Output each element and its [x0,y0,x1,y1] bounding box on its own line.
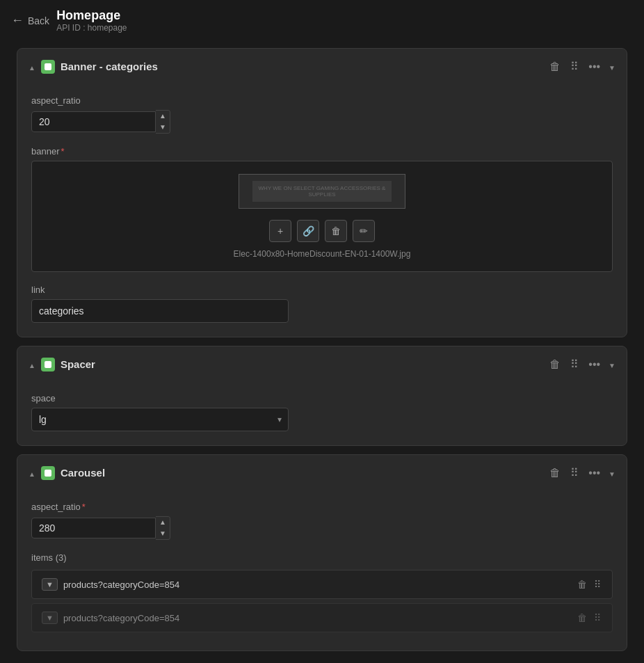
list-item: ▼ products?categoryCode=854 🗑 ⠿ [31,603,613,632]
spinner-down-carousel[interactable]: ▼ [156,528,170,539]
list-item: ▼ products?categoryCode=854 🗑 ⠿ [31,570,613,599]
card-body-spacer: space sm md lg xl ▾ [17,382,627,445]
card-body-carousel: aspect_ratio * ▲ ▼ items (3) [17,490,627,650]
chevron-down-icon-banner [609,61,615,73]
field-label-link: link [31,285,613,295]
spinner-buttons: ▲ ▼ [156,110,170,134]
header: ← Back Homepage API ID : homepage [0,0,644,41]
field-space: space sm md lg xl ▾ [31,393,613,431]
card-banner-categories: Banner - categories 🗑 ⠿ ••• aspect_ratio… [17,48,627,337]
card-header-spacer[interactable]: Spacer 🗑 ⠿ ••• [17,346,627,382]
field-label-banner: banner * [31,146,613,157]
spinner-up-banner[interactable]: ▲ [156,111,170,122]
spinner-aspect-ratio-carousel: ▲ ▼ [31,516,170,540]
banner-preview-inner: WHY WE ON SELECT GAMING ACCESSORIES & SU… [252,181,392,202]
card-actions-banner: 🗑 ⠿ ••• [548,58,615,74]
drag-button-carousel[interactable]: ⠿ [569,465,580,481]
aspect-ratio-input-carousel[interactable] [31,518,156,538]
select-wrapper-space: sm md lg xl ▾ [31,408,289,431]
card-actions-carousel: 🗑 ⠿ ••• [548,465,615,481]
item-actions-1: 🗑 ⠿ [576,577,602,591]
chevron-down-icon-spacer [609,358,615,371]
link-image-button[interactable]: 🔗 [297,220,319,242]
drag-button-banner[interactable]: ⠿ [569,58,580,74]
items-label: items (3) [31,552,613,563]
item-delete-2[interactable]: 🗑 [576,611,588,625]
required-star-carousel: * [82,502,86,512]
item-text-2: products?categoryCode=854 [63,613,570,623]
delete-image-button[interactable]: 🗑 [325,220,347,242]
required-star-banner: * [61,146,64,157]
back-label: Back [28,15,49,26]
delete-button-carousel[interactable]: 🗑 [548,465,562,481]
delete-button-banner[interactable]: 🗑 [548,59,562,74]
spinner-aspect-ratio: ▲ ▼ [31,110,170,134]
banner-action-buttons: + 🔗 🗑 ✏ [269,220,375,242]
item-actions-2: 🗑 ⠿ [576,611,602,625]
spinner-down-banner[interactable]: ▼ [156,122,170,133]
header-info: Homepage API ID : homepage [56,8,127,33]
field-banner-image: banner * WHY WE ON SELECT GAMING ACCESSO… [31,146,613,272]
main-content: Banner - categories 🗑 ⠿ ••• aspect_ratio… [0,41,644,663]
svg-rect-1 [45,361,51,368]
field-label-aspect-ratio: aspect_ratio [31,95,613,106]
api-id: API ID : homepage [56,23,127,33]
svg-rect-0 [45,63,51,70]
add-image-button[interactable]: + [269,220,291,242]
delete-button-spacer[interactable]: 🗑 [548,357,562,372]
aspect-ratio-input-banner[interactable] [31,111,156,132]
banner-filename: Elec-1400x80-HomeDiscount-EN-01-1400W.jp… [234,249,411,259]
card-header-banner[interactable]: Banner - categories 🗑 ⠿ ••• [17,49,627,84]
drag-button-spacer[interactable]: ⠿ [569,356,580,372]
spinner-buttons-carousel: ▲ ▼ [156,516,170,540]
field-link-banner: link [31,285,613,323]
banner-preview-text: WHY WE ON SELECT GAMING ACCESSORIES & SU… [252,185,392,198]
collapse-icon-carousel [29,467,35,479]
field-label-aspect-ratio-carousel: aspect_ratio * [31,502,613,512]
item-drag-1[interactable]: ⠿ [593,577,602,591]
card-actions-spacer: 🗑 ⠿ ••• [548,356,615,372]
back-icon: ← [11,13,24,28]
field-label-space: space [31,393,613,404]
edit-image-button[interactable]: ✏ [353,220,375,242]
more-button-spacer[interactable]: ••• [587,357,602,372]
more-button-carousel[interactable]: ••• [587,465,602,481]
card-carousel: Carousel 🗑 ⠿ ••• aspect_ratio * ▲ ▼ [17,454,627,651]
component-icon-carousel [41,466,55,480]
chevron-down-icon-carousel [609,467,615,479]
item-delete-1[interactable]: 🗑 [576,577,588,591]
banner-image-area: WHY WE ON SELECT GAMING ACCESSORIES & SU… [31,161,613,272]
back-button[interactable]: ← Back [11,13,49,28]
svg-rect-2 [45,470,51,477]
item-drag-2[interactable]: ⠿ [593,611,602,625]
card-title-carousel: Carousel [61,467,542,479]
collapse-icon-banner [29,61,35,73]
card-spacer: Spacer 🗑 ⠿ ••• space sm md lg xl [17,346,627,446]
card-title-banner: Banner - categories [61,61,542,72]
space-select[interactable]: sm md lg xl [31,408,289,431]
spinner-up-carousel[interactable]: ▲ [156,517,170,528]
item-chevron-2[interactable]: ▼ [42,612,58,624]
component-icon-banner [41,60,55,74]
item-chevron-1[interactable]: ▼ [42,578,58,591]
collapse-icon-spacer [29,358,35,371]
banner-preview: WHY WE ON SELECT GAMING ACCESSORIES & SU… [239,174,405,209]
field-items-carousel: items (3) ▼ products?categoryCode=854 🗑 … [31,552,613,632]
card-header-carousel[interactable]: Carousel 🗑 ⠿ ••• [17,455,627,490]
page-title: Homepage [56,8,127,23]
card-body-banner: aspect_ratio ▲ ▼ banner * [17,84,627,337]
more-button-banner[interactable]: ••• [587,59,602,74]
item-text-1: products?categoryCode=854 [63,580,570,590]
component-icon-spacer [41,358,55,372]
field-aspect-ratio-carousel: aspect_ratio * ▲ ▼ [31,502,613,540]
link-input-banner[interactable] [31,299,289,323]
card-title-spacer: Spacer [61,358,542,370]
field-aspect-ratio-banner: aspect_ratio ▲ ▼ [31,95,613,134]
